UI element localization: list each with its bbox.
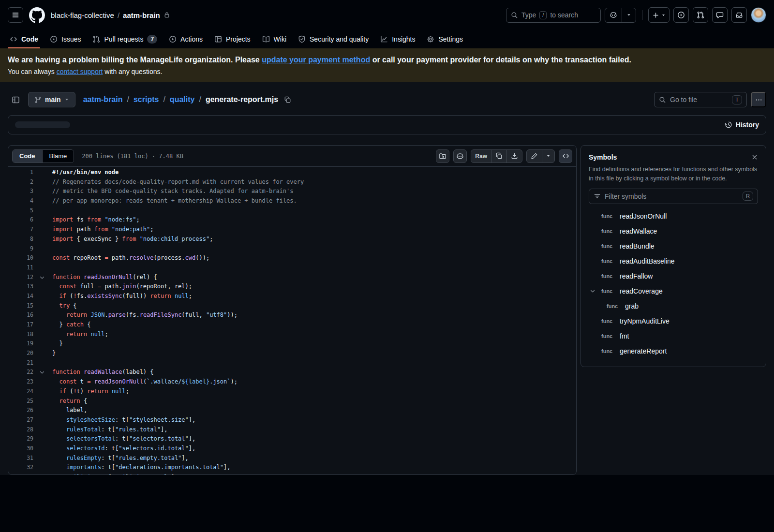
- symbol-row-tryNpmAuditLive[interactable]: functryNpmAuditLive: [589, 314, 758, 329]
- tab-blame-view[interactable]: Blame: [42, 150, 74, 163]
- symbols-filter-box[interactable]: R: [589, 189, 758, 204]
- symbol-row-readCoverage[interactable]: funcreadCoverage: [589, 284, 758, 299]
- line-number[interactable]: 11: [8, 263, 33, 273]
- line-number[interactable]: 5: [8, 206, 33, 216]
- line-number[interactable]: 4: [8, 196, 33, 206]
- tab-actions[interactable]: Actions: [163, 30, 208, 48]
- go-to-file-box[interactable]: T: [654, 92, 747, 107]
- line-number[interactable]: 29: [8, 434, 33, 444]
- issues-button[interactable]: [673, 7, 689, 23]
- history-button[interactable]: History: [725, 121, 759, 129]
- copilot-dropdown-button[interactable]: [622, 8, 636, 22]
- code-editor[interactable]: 1#!/usr/bin/env node2// Regenerates docs…: [8, 167, 576, 475]
- symbol-row-generateReport[interactable]: funcgenerateReport: [589, 344, 758, 359]
- contact-support-link[interactable]: contact support: [57, 68, 103, 75]
- line-content: return JSON.parse(fs.readFileSync(full, …: [33, 310, 576, 320]
- more-options-button[interactable]: [751, 92, 766, 107]
- copilot-button[interactable]: [605, 8, 622, 22]
- close-symbols-button[interactable]: [751, 154, 758, 161]
- user-avatar[interactable]: [751, 7, 766, 23]
- line-number[interactable]: 28: [8, 425, 33, 435]
- symbol-row-grab[interactable]: funcgrab: [589, 299, 758, 314]
- symbol-row-readAuditBaseline[interactable]: funcreadAuditBaseline: [589, 254, 758, 269]
- copy-path-button[interactable]: [284, 96, 291, 103]
- line-number[interactable]: 24: [8, 387, 33, 397]
- line-number[interactable]: 23: [8, 377, 33, 387]
- tab-projects[interactable]: Projects: [208, 30, 256, 48]
- symbol-row-readBundle[interactable]: funcreadBundle: [589, 239, 758, 254]
- line-number[interactable]: 6: [8, 215, 33, 225]
- side-panel-toggle-button[interactable]: [8, 92, 23, 107]
- tab-settings[interactable]: Settings: [421, 30, 469, 48]
- pull-requests-button[interactable]: [693, 7, 708, 23]
- symbol-name: readFallow: [620, 272, 653, 280]
- code-token: [52, 388, 59, 395]
- line-number[interactable]: 7: [8, 225, 33, 235]
- path-repo-link[interactable]: aatm-brain: [83, 95, 123, 104]
- line-number[interactable]: 9: [8, 244, 33, 254]
- line-number[interactable]: 30: [8, 444, 33, 454]
- symbol-row-fmt[interactable]: funcfmt: [589, 329, 758, 344]
- line-number[interactable]: 18: [8, 330, 33, 340]
- line-number[interactable]: 16: [8, 310, 33, 320]
- path-quality-link[interactable]: quality: [170, 95, 195, 104]
- line-number[interactable]: 27: [8, 415, 33, 425]
- edit-dropdown-button[interactable]: [542, 150, 554, 163]
- discussions-button[interactable]: [712, 7, 728, 23]
- notifications-button[interactable]: [731, 7, 747, 23]
- line-number[interactable]: 22: [8, 368, 33, 377]
- edit-file-button[interactable]: [527, 150, 542, 163]
- code-token: return: [87, 388, 112, 395]
- global-search-box[interactable]: Type / to search: [506, 8, 601, 23]
- tab-pull-requests[interactable]: Pull requests7: [87, 30, 163, 48]
- github-logo-icon[interactable]: [29, 7, 45, 23]
- branch-selector-button[interactable]: main: [28, 92, 75, 107]
- breadcrumb-owner-link[interactable]: black-flag-collective: [51, 11, 114, 19]
- symbol-row-readJsonOrNull[interactable]: funcreadJsonOrNull: [589, 209, 758, 224]
- t-keycap: T: [732, 95, 742, 104]
- line-number[interactable]: 26: [8, 406, 33, 415]
- download-button[interactable]: [506, 150, 522, 163]
- tab-insights[interactable]: Insights: [374, 30, 421, 48]
- hamburger-menu-button[interactable]: [8, 7, 23, 23]
- line-number[interactable]: 15: [8, 301, 33, 311]
- code-token: return: [59, 398, 84, 404]
- line-number[interactable]: 10: [8, 253, 33, 263]
- breadcrumb-repo-link[interactable]: aatm-brain: [123, 11, 160, 19]
- raw-button[interactable]: Raw: [471, 150, 491, 163]
- tab-issues[interactable]: Issues: [44, 30, 87, 48]
- line-number[interactable]: 32: [8, 463, 33, 473]
- line-number[interactable]: 17: [8, 320, 33, 330]
- copilot-code-button[interactable]: [453, 149, 467, 163]
- line-number[interactable]: 13: [8, 282, 33, 292]
- line-number[interactable]: 14: [8, 292, 33, 301]
- line-number[interactable]: 31: [8, 454, 33, 463]
- line-number[interactable]: 21: [8, 358, 33, 368]
- update-payment-method-link[interactable]: update your payment method: [262, 56, 370, 64]
- line-number[interactable]: 8: [8, 235, 33, 244]
- symbol-row-readWallace[interactable]: funcreadWallace: [589, 224, 758, 239]
- collapse-chevron-icon[interactable]: [39, 369, 45, 375]
- tab-security-and-quality[interactable]: Security and quality: [292, 30, 374, 48]
- copy-file-button[interactable]: [491, 150, 506, 163]
- line-number[interactable]: 19: [8, 339, 33, 349]
- go-to-file-input[interactable]: [670, 96, 728, 103]
- tab-wiki[interactable]: Wiki: [256, 30, 292, 48]
- line-number[interactable]: 1: [8, 168, 33, 177]
- create-new-button[interactable]: [648, 7, 670, 23]
- line-number[interactable]: 20: [8, 349, 33, 358]
- expand-chevron-icon[interactable]: [590, 288, 601, 294]
- line-number[interactable]: 12: [8, 273, 33, 282]
- tab-code[interactable]: Code: [4, 30, 44, 48]
- line-number[interactable]: 33: [8, 473, 33, 475]
- add-file-button[interactable]: [436, 149, 449, 163]
- symbols-panel-toggle-button[interactable]: [559, 149, 572, 163]
- path-scripts-link[interactable]: scripts: [134, 95, 159, 104]
- line-number[interactable]: 2: [8, 177, 33, 187]
- symbols-filter-input[interactable]: [605, 192, 739, 200]
- symbol-row-readFallow[interactable]: funcreadFallow: [589, 269, 758, 284]
- line-number[interactable]: 25: [8, 397, 33, 406]
- line-number[interactable]: 3: [8, 187, 33, 196]
- collapse-chevron-icon[interactable]: [39, 275, 45, 281]
- tab-code-view[interactable]: Code: [13, 150, 42, 163]
